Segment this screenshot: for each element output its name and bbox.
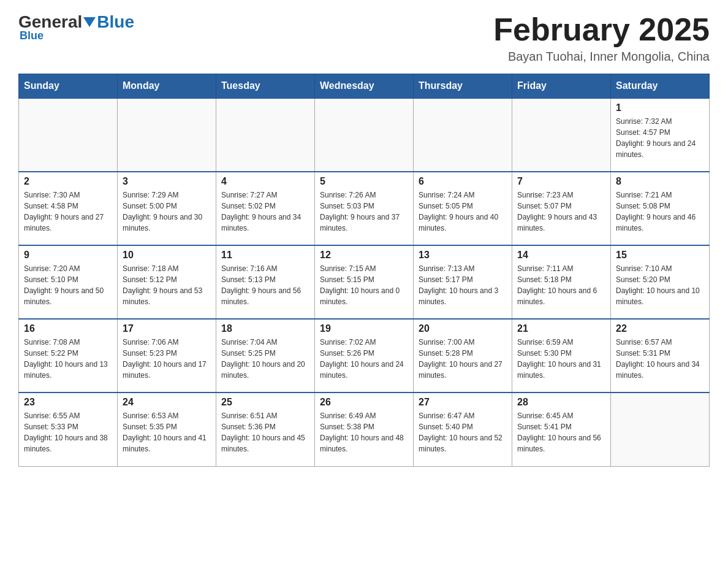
- day-info: Sunrise: 7:20 AM Sunset: 5:10 PM Dayligh…: [24, 263, 112, 307]
- calendar-cell: 16Sunrise: 7:08 AM Sunset: 5:22 PM Dayli…: [19, 319, 118, 393]
- day-number: 13: [419, 250, 507, 261]
- day-info: Sunrise: 7:02 AM Sunset: 5:26 PM Dayligh…: [320, 337, 408, 381]
- calendar-cell: [216, 98, 315, 172]
- calendar-cell: 14Sunrise: 7:11 AM Sunset: 5:18 PM Dayli…: [512, 245, 611, 319]
- day-number: 4: [221, 176, 309, 187]
- day-info: Sunrise: 7:32 AM Sunset: 4:57 PM Dayligh…: [616, 116, 704, 160]
- calendar-cell: 26Sunrise: 6:49 AM Sunset: 5:38 PM Dayli…: [315, 393, 414, 466]
- day-number: 26: [320, 397, 408, 408]
- day-number: 18: [221, 323, 309, 334]
- day-info: Sunrise: 7:30 AM Sunset: 4:58 PM Dayligh…: [24, 190, 112, 234]
- calendar-cell: 2Sunrise: 7:30 AM Sunset: 4:58 PM Daylig…: [19, 172, 118, 245]
- day-number: 1: [616, 102, 704, 113]
- day-number: 8: [616, 176, 704, 187]
- calendar-header-sunday: Sunday: [19, 74, 118, 99]
- calendar-cell: 28Sunrise: 6:45 AM Sunset: 5:41 PM Dayli…: [512, 393, 611, 466]
- day-number: 28: [517, 397, 605, 408]
- calendar-cell: 15Sunrise: 7:10 AM Sunset: 5:20 PM Dayli…: [611, 245, 710, 319]
- calendar-cell: 5Sunrise: 7:26 AM Sunset: 5:03 PM Daylig…: [315, 172, 414, 245]
- calendar-cell: 10Sunrise: 7:18 AM Sunset: 5:12 PM Dayli…: [118, 245, 216, 319]
- calendar-cell: [512, 98, 611, 172]
- day-info: Sunrise: 6:49 AM Sunset: 5:38 PM Dayligh…: [320, 410, 408, 454]
- day-number: 17: [123, 323, 211, 334]
- calendar-header-thursday: Thursday: [414, 74, 512, 99]
- calendar-cell: 21Sunrise: 6:59 AM Sunset: 5:30 PM Dayli…: [512, 319, 611, 393]
- calendar-cell: 23Sunrise: 6:55 AM Sunset: 5:33 PM Dayli…: [19, 393, 118, 466]
- day-info: Sunrise: 7:24 AM Sunset: 5:05 PM Dayligh…: [419, 190, 507, 234]
- calendar-week-row: 2Sunrise: 7:30 AM Sunset: 4:58 PM Daylig…: [19, 172, 710, 245]
- day-info: Sunrise: 7:10 AM Sunset: 5:20 PM Dayligh…: [616, 263, 704, 307]
- calendar-header-row: SundayMondayTuesdayWednesdayThursdayFrid…: [19, 74, 710, 99]
- day-info: Sunrise: 6:45 AM Sunset: 5:41 PM Dayligh…: [517, 410, 605, 454]
- day-info: Sunrise: 7:26 AM Sunset: 5:03 PM Dayligh…: [320, 190, 408, 234]
- calendar-cell: 19Sunrise: 7:02 AM Sunset: 5:26 PM Dayli…: [315, 319, 414, 393]
- day-number: 14: [517, 250, 605, 261]
- calendar-cell: [414, 98, 512, 172]
- calendar-cell: 8Sunrise: 7:21 AM Sunset: 5:08 PM Daylig…: [611, 172, 710, 245]
- day-info: Sunrise: 6:53 AM Sunset: 5:35 PM Dayligh…: [123, 410, 211, 454]
- day-number: 22: [616, 323, 704, 334]
- day-info: Sunrise: 7:04 AM Sunset: 5:25 PM Dayligh…: [221, 337, 309, 381]
- calendar-week-row: 1Sunrise: 7:32 AM Sunset: 4:57 PM Daylig…: [19, 98, 710, 172]
- calendar-cell: 9Sunrise: 7:20 AM Sunset: 5:10 PM Daylig…: [19, 245, 118, 319]
- day-info: Sunrise: 7:21 AM Sunset: 5:08 PM Dayligh…: [616, 190, 704, 234]
- day-info: Sunrise: 7:13 AM Sunset: 5:17 PM Dayligh…: [419, 263, 507, 307]
- day-number: 23: [24, 397, 112, 408]
- day-info: Sunrise: 7:06 AM Sunset: 5:23 PM Dayligh…: [123, 337, 211, 381]
- calendar-cell: 3Sunrise: 7:29 AM Sunset: 5:00 PM Daylig…: [118, 172, 216, 245]
- day-info: Sunrise: 6:57 AM Sunset: 5:31 PM Dayligh…: [616, 337, 704, 381]
- calendar-cell: 12Sunrise: 7:15 AM Sunset: 5:15 PM Dayli…: [315, 245, 414, 319]
- calendar-cell: 11Sunrise: 7:16 AM Sunset: 5:13 PM Dayli…: [216, 245, 315, 319]
- calendar-week-row: 23Sunrise: 6:55 AM Sunset: 5:33 PM Dayli…: [19, 393, 710, 466]
- day-number: 19: [320, 323, 408, 334]
- calendar-table: SundayMondayTuesdayWednesdayThursdayFrid…: [18, 74, 710, 467]
- day-number: 25: [221, 397, 309, 408]
- day-info: Sunrise: 7:11 AM Sunset: 5:18 PM Dayligh…: [517, 263, 605, 307]
- calendar-cell: 1Sunrise: 7:32 AM Sunset: 4:57 PM Daylig…: [611, 98, 710, 172]
- day-info: Sunrise: 6:51 AM Sunset: 5:36 PM Dayligh…: [221, 410, 309, 454]
- day-number: 2: [24, 176, 112, 187]
- day-info: Sunrise: 6:55 AM Sunset: 5:33 PM Dayligh…: [24, 410, 112, 454]
- day-info: Sunrise: 7:00 AM Sunset: 5:28 PM Dayligh…: [419, 337, 507, 381]
- day-number: 15: [616, 250, 704, 261]
- day-number: 10: [123, 250, 211, 261]
- calendar-cell: 27Sunrise: 6:47 AM Sunset: 5:40 PM Dayli…: [414, 393, 512, 466]
- day-info: Sunrise: 7:27 AM Sunset: 5:02 PM Dayligh…: [221, 190, 309, 234]
- logo: General Blue Blue: [18, 12, 134, 42]
- month-title: February 2025: [493, 12, 710, 47]
- calendar-header-monday: Monday: [118, 74, 216, 99]
- day-number: 24: [123, 397, 211, 408]
- day-info: Sunrise: 7:29 AM Sunset: 5:00 PM Dayligh…: [123, 190, 211, 234]
- title-area: February 2025 Bayan Tuohai, Inner Mongol…: [493, 12, 710, 64]
- day-info: Sunrise: 7:15 AM Sunset: 5:15 PM Dayligh…: [320, 263, 408, 307]
- day-info: Sunrise: 7:16 AM Sunset: 5:13 PM Dayligh…: [221, 263, 309, 307]
- page-header: General Blue Blue February 2025 Bayan Tu…: [18, 12, 710, 64]
- calendar-cell: [19, 98, 118, 172]
- calendar-cell: [611, 393, 710, 466]
- calendar-header-saturday: Saturday: [611, 74, 710, 99]
- calendar-cell: [315, 98, 414, 172]
- day-info: Sunrise: 7:08 AM Sunset: 5:22 PM Dayligh…: [24, 337, 112, 381]
- logo-blue-text: Blue: [97, 12, 134, 32]
- day-info: Sunrise: 6:47 AM Sunset: 5:40 PM Dayligh…: [419, 410, 507, 454]
- calendar-cell: [118, 98, 216, 172]
- day-number: 9: [24, 250, 112, 261]
- logo-triangle-icon: [83, 17, 96, 27]
- day-number: 7: [517, 176, 605, 187]
- calendar-header-friday: Friday: [512, 74, 611, 99]
- day-number: 16: [24, 323, 112, 334]
- day-number: 3: [123, 176, 211, 187]
- day-number: 27: [419, 397, 507, 408]
- calendar-header-wednesday: Wednesday: [315, 74, 414, 99]
- calendar-cell: 13Sunrise: 7:13 AM Sunset: 5:17 PM Dayli…: [414, 245, 512, 319]
- day-info: Sunrise: 6:59 AM Sunset: 5:30 PM Dayligh…: [517, 337, 605, 381]
- calendar-cell: 20Sunrise: 7:00 AM Sunset: 5:28 PM Dayli…: [414, 319, 512, 393]
- calendar-cell: 24Sunrise: 6:53 AM Sunset: 5:35 PM Dayli…: [118, 393, 216, 466]
- calendar-cell: 17Sunrise: 7:06 AM Sunset: 5:23 PM Dayli…: [118, 319, 216, 393]
- day-number: 5: [320, 176, 408, 187]
- logo-underline: Blue: [18, 29, 44, 42]
- day-info: Sunrise: 7:23 AM Sunset: 5:07 PM Dayligh…: [517, 190, 605, 234]
- calendar-header-tuesday: Tuesday: [216, 74, 315, 99]
- calendar-cell: 6Sunrise: 7:24 AM Sunset: 5:05 PM Daylig…: [414, 172, 512, 245]
- calendar-week-row: 9Sunrise: 7:20 AM Sunset: 5:10 PM Daylig…: [19, 245, 710, 319]
